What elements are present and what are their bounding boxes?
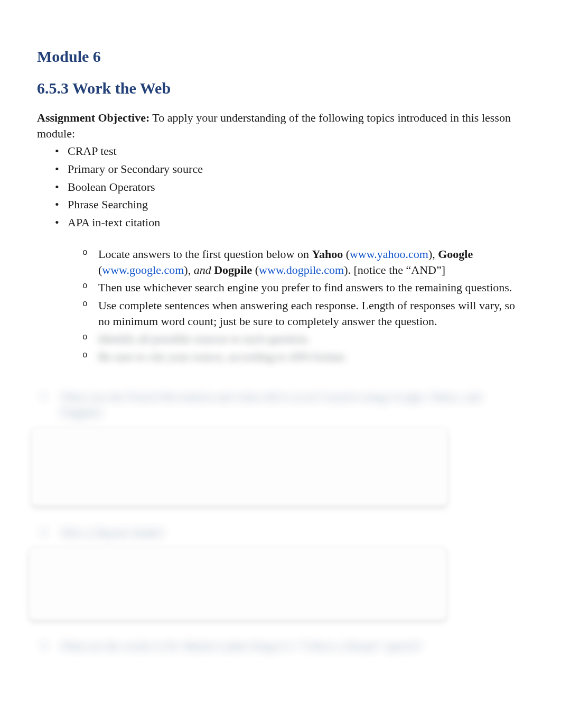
sub-item-cite-source-blurred: Be sure to cite your source, according t…: [82, 349, 524, 365]
bullet-crap-test: CRAP test: [37, 143, 524, 159]
sub-item-use-preferred-engine: Then use whichever search engine you pre…: [82, 280, 524, 296]
sub1-google-close: ),: [184, 263, 193, 277]
bullet-primary-secondary: Primary or Secondary source: [37, 161, 524, 177]
question-2-number: 2.: [40, 525, 51, 539]
question-2-text: Who is Bayete Smith?: [60, 525, 164, 541]
module-heading: Module 6: [37, 48, 524, 66]
question-1-row: 1. What was the French Revolution and wh…: [40, 389, 524, 420]
bullet-phrase-searching: Phrase Searching: [37, 197, 524, 213]
sub1-google-link[interactable]: www.google.com: [102, 263, 184, 277]
sub-item-complete-sentences: Use complete sentences when answering ea…: [82, 298, 524, 329]
sub1-dogpile-link[interactable]: www.dogpile.com: [259, 263, 344, 277]
assignment-objective-label: Assignment Objective:: [37, 111, 149, 124]
sub-item-locate-answers: Locate answers to the first question bel…: [82, 246, 524, 278]
sub1-yahoo-close: ),: [428, 247, 438, 261]
instructions-sublist: Locate answers to the first question bel…: [82, 246, 524, 365]
sub1-yahoo-link[interactable]: www.yahoo.com: [350, 247, 428, 261]
topic-bullet-list: CRAP test Primary or Secondary source Bo…: [37, 143, 524, 230]
bullet-apa-citation: APA in-text citation: [37, 215, 524, 231]
assignment-objective-paragraph: Assignment Objective: To apply your unde…: [37, 110, 524, 141]
question-2-row: 2. Who is Bayete Smith?: [40, 525, 524, 541]
question-1-text: What was the French Revolution and when …: [60, 389, 524, 420]
sub1-pre: Locate answers to the first question bel…: [98, 247, 312, 261]
sub1-yahoo-open: (: [343, 247, 350, 261]
question-3-number: 3.: [40, 638, 51, 652]
question-1-number: 1.: [40, 389, 51, 403]
sub1-dogpile-bold: Dogpile: [214, 263, 252, 277]
answer-box-2[interactable]: [29, 546, 447, 620]
sub1-google-bold: Google: [438, 247, 473, 261]
sub-item-5-blurred-text: Be sure to cite your source, according t…: [98, 349, 347, 365]
bullet-boolean-operators: Boolean Operators: [37, 179, 524, 195]
question-3-text: What are the words to Dr. Martin Luther …: [60, 638, 422, 654]
sub1-and-italic: and: [194, 263, 211, 277]
sub1-dogpile-close: ). [notice the “AND”]: [344, 263, 445, 277]
sub1-yahoo-bold: Yahoo: [312, 247, 343, 261]
question-3-row: 3. What are the words to Dr. Martin Luth…: [40, 638, 524, 654]
sub-item-identify-sources-blurred: Identify all possible sources to each qu…: [82, 331, 524, 347]
answer-box-1[interactable]: [31, 427, 448, 506]
sub1-dogpile-open: (: [252, 263, 259, 277]
section-heading: 6.5.3 Work the Web: [37, 79, 524, 97]
sub-item-4-blurred-text: Identify all possible sources to each qu…: [98, 331, 310, 347]
